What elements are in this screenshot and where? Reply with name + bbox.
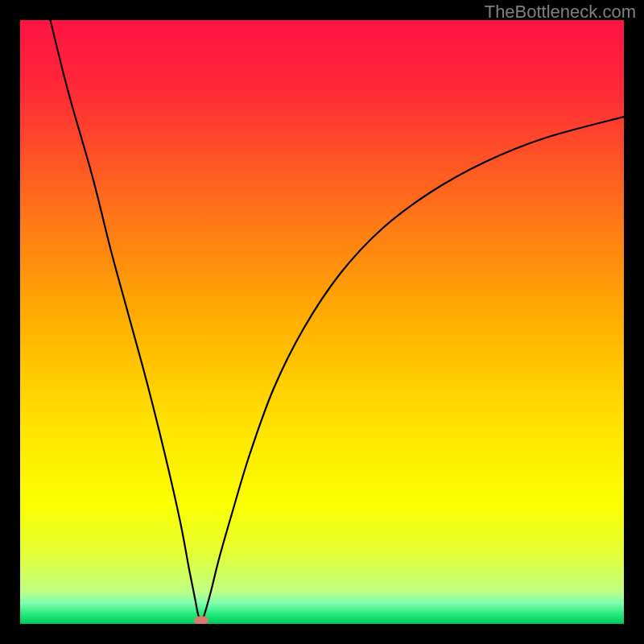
bottleneck-curve — [20, 20, 624, 624]
chart-frame: TheBottleneck.com — [0, 0, 644, 644]
minimum-marker — [194, 616, 208, 624]
plot-area — [20, 20, 624, 624]
watermark: TheBottleneck.com — [485, 2, 636, 23]
